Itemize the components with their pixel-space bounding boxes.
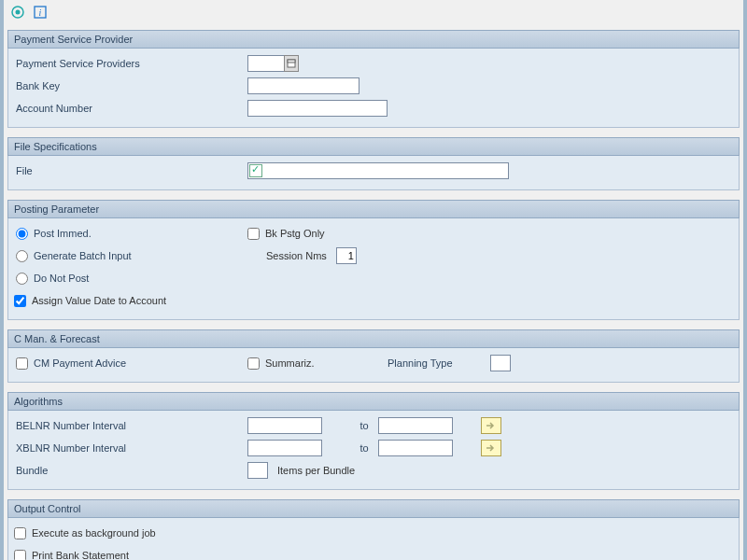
group-header: Posting Parameter: [7, 200, 740, 218]
label-account-number: Account Number: [14, 103, 247, 114]
label-session-nms: Session Nms: [247, 250, 327, 261]
label-belnr: BELNR Number Interval: [14, 420, 247, 431]
label-summariz: Summariz.: [265, 357, 315, 369]
label-cm-payment-advice: CM Payment Advice: [34, 357, 126, 369]
label-planning-type: Planning Type: [388, 357, 490, 369]
checkbox-execute-background[interactable]: [14, 527, 26, 539]
label-to: to: [350, 442, 378, 454]
input-bank-key[interactable]: [247, 77, 359, 94]
input-planning-type[interactable]: [490, 355, 511, 371]
file-check-icon: [249, 164, 262, 179]
group-header: File Specifications: [7, 137, 740, 156]
group-output-control: Output Control Execute as background job…: [7, 499, 740, 560]
label-bank-key: Bank Key: [14, 80, 247, 91]
label-assign-value-date: Assign Value Date to Account: [32, 295, 166, 306]
group-header: C Man. & Forecast: [7, 329, 740, 348]
input-account-number[interactable]: [247, 100, 388, 117]
radio-post-immed[interactable]: [16, 228, 28, 240]
svg-point-1: [16, 10, 21, 15]
checkbox-summariz[interactable]: [247, 357, 260, 370]
group-header: Payment Service Provider: [7, 30, 740, 49]
label-bk-pstg-only: Bk Pstg Only: [265, 228, 325, 239]
group-cman-forecast: C Man. & Forecast CM Payment Advice Summ…: [7, 329, 740, 383]
checkbox-print-bank-statement[interactable]: [14, 550, 26, 561]
label-xblnr: XBLNR Number Interval: [14, 442, 247, 454]
radio-do-not-post[interactable]: [16, 273, 28, 285]
group-header: Algorithms: [7, 392, 740, 411]
checkbox-cm-payment-advice[interactable]: [16, 357, 28, 370]
checkbox-assign-value-date[interactable]: [14, 295, 26, 307]
label-generate-batch: Generate Batch Input: [34, 250, 132, 261]
svg-rect-5: [288, 60, 295, 63]
info-icon[interactable]: i: [32, 4, 49, 21]
f4-help-icon[interactable]: [284, 55, 299, 72]
label-to: to: [350, 420, 378, 431]
input-session-nms[interactable]: [336, 247, 357, 264]
app-toolbar: i: [7, 0, 740, 30]
input-file[interactable]: [247, 162, 509, 179]
input-belnr-to[interactable]: [378, 417, 453, 434]
label-file: File: [14, 165, 247, 176]
execute-icon[interactable]: [9, 4, 26, 21]
input-bundle[interactable]: [247, 462, 268, 479]
input-xblnr-from[interactable]: [247, 440, 322, 456]
label-print-bank-statement: Print Bank Statement: [32, 550, 129, 560]
group-file-specifications: File Specifications File: [7, 137, 740, 190]
multi-selection-button[interactable]: [481, 440, 501, 456]
radio-generate-batch[interactable]: [16, 250, 28, 262]
label-items-per-bundle: Items per Bundle: [277, 465, 355, 476]
input-xblnr-to[interactable]: [378, 440, 453, 456]
checkbox-bk-pstg-only[interactable]: [247, 228, 260, 240]
label-do-not-post: Do Not Post: [34, 273, 89, 284]
group-payment-service-provider: Payment Service Provider Payment Service…: [7, 30, 740, 128]
group-posting-parameter: Posting Parameter Post Immed. Bk Pstg On…: [7, 200, 740, 320]
multi-selection-button[interactable]: [481, 417, 501, 434]
label-post-immed: Post Immed.: [34, 228, 92, 239]
input-psp-providers[interactable]: [247, 55, 285, 72]
group-header: Output Control: [7, 499, 740, 518]
group-algorithms: Algorithms BELNR Number Interval to XBLN…: [7, 392, 740, 490]
label-psp-providers: Payment Service Providers: [14, 58, 247, 69]
label-bundle: Bundle: [14, 465, 247, 476]
svg-text:i: i: [39, 7, 42, 18]
label-execute-background: Execute as background job: [32, 527, 156, 539]
input-belnr-from[interactable]: [247, 417, 322, 434]
